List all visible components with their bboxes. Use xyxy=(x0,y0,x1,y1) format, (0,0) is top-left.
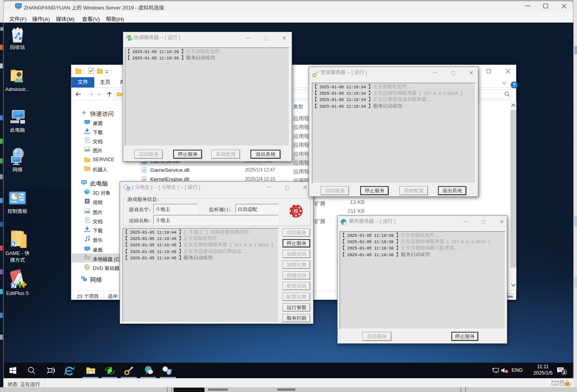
svg-text:1: 1 xyxy=(563,370,565,375)
svg-text:梭: 梭 xyxy=(293,207,298,215)
svg-text:?: ? xyxy=(513,82,516,88)
